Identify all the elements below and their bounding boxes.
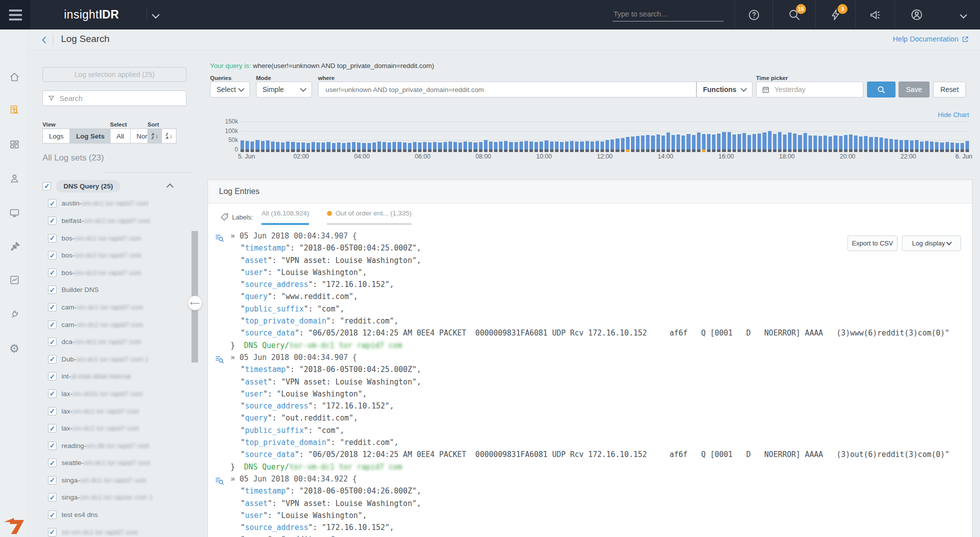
chart-bar[interactable] (610, 122, 614, 152)
chart-bar[interactable] (742, 122, 746, 152)
checkbox[interactable]: ✓ (42, 182, 51, 190)
chart-bar[interactable] (322, 122, 325, 152)
logset-label[interactable]: dca-sm-dc1 tor rapid7 com (62, 338, 142, 346)
chart-bar[interactable] (738, 122, 741, 152)
chart-bar[interactable] (454, 122, 457, 152)
chart-bar[interactable] (859, 122, 862, 152)
chart-bar[interactable] (773, 122, 776, 152)
chart-bar[interactable] (808, 122, 812, 152)
chart-bar[interactable] (884, 122, 888, 152)
chart-bar[interactable] (804, 122, 807, 152)
chart-bar[interactable] (540, 122, 543, 152)
chart-bar[interactable] (444, 122, 447, 152)
chart-bar[interactable] (692, 122, 696, 152)
functions-dropdown[interactable]: Functions (696, 82, 752, 98)
chart-bar[interactable] (423, 122, 426, 152)
chart-bar[interactable] (712, 122, 716, 152)
chart-bar[interactable] (728, 122, 731, 152)
chart-bar[interactable] (316, 122, 320, 152)
chart-bar[interactable] (332, 122, 336, 152)
logset-label[interactable]: lax-sm-dc2 tor rapid7 com (62, 424, 140, 432)
chart-bar[interactable] (403, 122, 406, 152)
mode-dropdown[interactable]: Simple (256, 82, 312, 98)
logset-label[interactable]: bos-sm-dc3 tor rapid7 com (62, 269, 142, 276)
chart-bar[interactable] (514, 122, 518, 152)
reset-button[interactable]: Reset (933, 82, 966, 98)
hide-chart-link[interactable]: Hide Chart (938, 111, 969, 118)
chart-bar[interactable] (783, 122, 786, 152)
chart-bar[interactable] (326, 122, 330, 152)
chart-bar[interactable] (458, 122, 462, 152)
chart-bar[interactable] (392, 122, 396, 152)
chart-bar[interactable] (357, 122, 360, 152)
logset-label[interactable]: Dub-sm-dc1 tor rapid7 com 1 (62, 356, 149, 363)
chart-bar[interactable] (631, 122, 634, 152)
logset-filter-input[interactable] (60, 94, 182, 102)
chart-bar[interactable] (717, 122, 720, 152)
chart-bar[interactable] (291, 122, 294, 152)
sort-asc-button[interactable]: AZ↓ (148, 128, 162, 144)
chart-bar[interactable] (880, 122, 883, 152)
chart-bar[interactable] (900, 122, 903, 152)
queries-select-dropdown[interactable]: Select (210, 82, 250, 98)
chart-bar[interactable] (814, 122, 817, 152)
chart-bar[interactable] (616, 122, 619, 152)
chart-bar[interactable] (530, 122, 533, 152)
chart-bar[interactable] (950, 122, 954, 152)
chart-bar[interactable] (342, 122, 346, 152)
chart-bar[interactable] (697, 122, 700, 152)
chart-bar[interactable] (534, 122, 538, 152)
logset-label[interactable]: bos-sm-dc1 tor rapid7 com (62, 234, 142, 242)
chart-bar[interactable] (261, 122, 264, 152)
chart-bar[interactable] (915, 122, 918, 152)
chart-bar[interactable] (778, 122, 782, 152)
alerts-button[interactable]: 3 (815, 0, 855, 30)
chart-bar[interactable] (920, 122, 924, 152)
chart-bar[interactable] (676, 122, 680, 152)
chart-bar[interactable] (504, 122, 508, 152)
logset-label[interactable]: reading-sm-db tor rapid7 com (62, 442, 150, 450)
checkbox[interactable]: ✓ (48, 338, 56, 346)
checkbox[interactable]: ✓ (48, 476, 56, 484)
chart-bar[interactable] (302, 122, 305, 152)
checkbox[interactable]: ✓ (48, 510, 56, 519)
checkbox[interactable]: ✓ (48, 528, 56, 536)
rail-dashboard-icon[interactable] (0, 137, 28, 152)
chart-bar[interactable] (946, 122, 949, 152)
chart-bar[interactable] (306, 122, 310, 152)
chart-bar[interactable] (864, 122, 868, 152)
logset-label[interactable]: int-al-intal dblat internal (62, 372, 132, 380)
chart-bar[interactable] (312, 122, 315, 152)
logset-label[interactable]: cam-sm-dc1 tor rapid7 com (62, 304, 144, 311)
chart-bar[interactable] (752, 122, 756, 152)
logset-label[interactable]: singa-sm-dc1 tor rapser com 1 (62, 494, 153, 501)
chart-bar[interactable] (839, 122, 842, 152)
log-entry-header[interactable]: » 05 Jun 2018 00:04:34.907 { (208, 232, 973, 244)
chart-bar[interactable] (666, 122, 670, 152)
chart-bar[interactable] (448, 122, 452, 152)
chart-bar[interactable] (600, 122, 604, 152)
rail-home-icon[interactable] (0, 70, 28, 84)
chart-bar[interactable] (682, 122, 685, 152)
chart-bar[interactable] (586, 122, 589, 152)
chart-bar[interactable] (550, 122, 554, 152)
chart-bar[interactable] (544, 122, 548, 152)
chart-bar[interactable] (686, 122, 690, 152)
checkbox[interactable]: ✓ (48, 355, 56, 364)
chart-bar[interactable] (910, 122, 914, 152)
checkbox[interactable]: ✓ (48, 303, 56, 312)
rail-reports-icon[interactable] (0, 272, 28, 288)
app-switcher-chevron-down-icon[interactable] (152, 11, 160, 19)
logset-label[interactable]: cam-sm-dc2 tor rapid7 com (62, 321, 144, 328)
hamburger-menu-icon[interactable] (0, 0, 30, 30)
view-logsets-button[interactable]: Log Sets (70, 128, 111, 144)
checkbox[interactable]: ✓ (48, 407, 56, 416)
chart-bar[interactable] (408, 122, 412, 152)
chart-bar[interactable] (484, 122, 488, 152)
chart-bar[interactable] (621, 122, 624, 152)
chart-bar[interactable] (570, 122, 574, 152)
chart-bar[interactable] (382, 122, 386, 152)
chart-bar[interactable] (494, 122, 498, 152)
chart-bar[interactable] (707, 122, 710, 152)
chart-bar[interactable] (762, 122, 766, 152)
